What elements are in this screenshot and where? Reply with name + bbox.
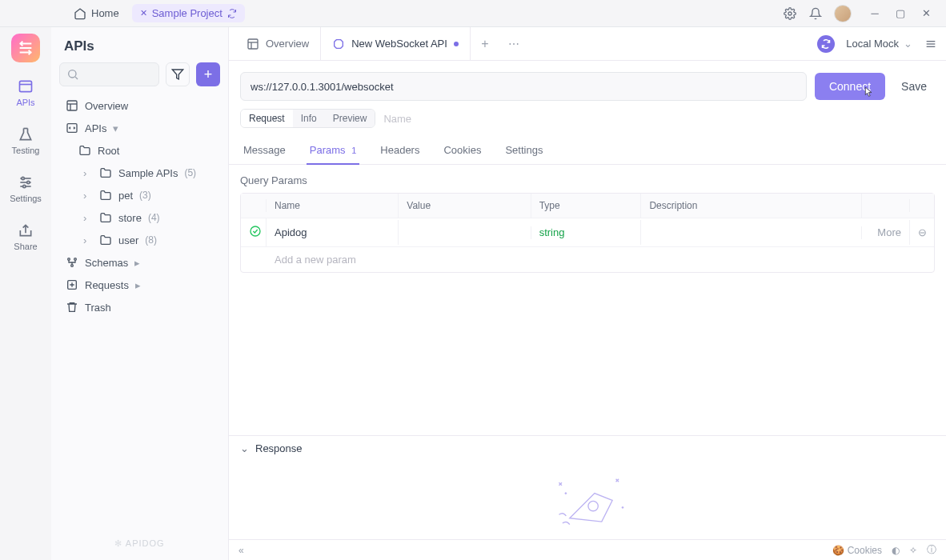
env-badge-icon[interactable]	[817, 35, 835, 53]
pill-request[interactable]: Request	[241, 110, 293, 127]
project-crumb[interactable]: ✕ Sample Project	[132, 4, 245, 22]
collapse-panels-icon[interactable]: «	[239, 545, 244, 556]
add-param[interactable]: Add a new param	[241, 246, 934, 272]
add-button[interactable]: +	[196, 62, 220, 86]
rail-apis[interactable]: APIs	[0, 70, 51, 115]
tab-overview[interactable]: Overview	[235, 27, 321, 60]
close-icon[interactable]: ✕	[140, 8, 147, 18]
rail-settings[interactable]: Settings	[0, 166, 51, 211]
reqtab-settings[interactable]: Settings	[502, 138, 546, 164]
svg-rect-12	[67, 101, 77, 110]
tree-apis-label: APIs	[85, 122, 106, 134]
chevron-right-icon: ▸	[134, 257, 144, 269]
websocket-icon	[332, 38, 345, 50]
tree-sample-apis[interactable]: › Sample APIs (5)	[59, 162, 220, 184]
save-button[interactable]: Save	[893, 73, 935, 100]
tree-folder-count: (3)	[139, 190, 151, 201]
app-logo[interactable]	[11, 34, 40, 62]
chevron-down-icon: ⌄	[240, 442, 249, 454]
reqtab-cookies[interactable]: Cookies	[440, 138, 484, 164]
rail-testing[interactable]: Testing	[0, 118, 51, 163]
connect-button[interactable]: Connect	[815, 73, 885, 100]
tree-store[interactable]: › store (4)	[59, 206, 220, 229]
reqtab-params-label: Params	[310, 144, 346, 156]
col-value: Value	[399, 194, 531, 218]
tree-pet[interactable]: › pet (3)	[59, 184, 220, 206]
avatar[interactable]	[834, 5, 852, 22]
param-value[interactable]	[399, 226, 531, 239]
param-name[interactable]: Apidog	[267, 220, 399, 245]
tab-websocket-label: New WebSocket API	[351, 38, 447, 50]
tree-trash[interactable]: Trash	[59, 296, 220, 318]
tree-schemas-label: Schemas	[85, 257, 128, 269]
bell-icon[interactable]	[808, 6, 823, 21]
filter-button[interactable]	[166, 62, 190, 86]
tab-websocket[interactable]: New WebSocket API	[321, 27, 471, 60]
chevron-down-icon: ▾	[113, 122, 122, 134]
tree-overview[interactable]: Overview	[59, 94, 220, 117]
param-more[interactable]: More	[862, 220, 910, 245]
window-close-icon[interactable]: ✕	[919, 6, 933, 21]
tab-more-icon[interactable]: ⋯	[499, 27, 528, 60]
param-remove-icon[interactable]: ⊖	[910, 220, 934, 245]
svg-point-17	[74, 258, 77, 261]
menu-icon[interactable]	[924, 37, 938, 51]
rail-share[interactable]: Share	[0, 214, 51, 259]
check-icon[interactable]	[241, 218, 267, 246]
param-desc[interactable]	[641, 226, 862, 239]
refresh-icon	[227, 9, 237, 18]
name-placeholder[interactable]: Name	[383, 113, 411, 125]
pill-info[interactable]: Info	[293, 110, 325, 127]
folder-icon	[99, 166, 112, 179]
col-type: Type	[531, 194, 642, 218]
col-name: Name	[267, 194, 399, 218]
pill-preview[interactable]: Preview	[325, 110, 375, 127]
params-header: Name Value Type Description	[241, 194, 934, 218]
reqtab-headers[interactable]: Headers	[377, 138, 423, 164]
cookie-icon: 🍪	[832, 545, 844, 556]
search-input[interactable]	[59, 62, 159, 86]
svg-point-10	[69, 70, 76, 78]
svg-point-7	[22, 177, 24, 179]
info-icon[interactable]: ⓘ	[927, 543, 936, 557]
tree-user[interactable]: › user (8)	[59, 229, 220, 251]
home-crumb[interactable]: Home	[67, 4, 126, 23]
param-row[interactable]: Apidog string More ⊖	[241, 218, 934, 246]
svg-point-26	[251, 226, 260, 236]
settings-gear-icon[interactable]	[783, 6, 797, 21]
reqtab-params[interactable]: Params 1	[307, 138, 360, 164]
rail-share-label: Share	[14, 242, 37, 251]
trash-icon	[66, 301, 78, 314]
tab-overview-label: Overview	[266, 38, 309, 50]
folder-icon	[99, 211, 112, 224]
response-toggle[interactable]: ⌄ Response	[240, 442, 935, 454]
window-minimize-icon[interactable]: ─	[868, 6, 882, 21]
rail-testing-label: Testing	[12, 146, 40, 155]
tree-schemas[interactable]: Schemas ▸	[59, 251, 220, 274]
param-type[interactable]: string	[531, 220, 642, 245]
rail-settings-label: Settings	[10, 194, 42, 203]
svg-line-11	[75, 77, 78, 79]
query-params-label: Query Params	[229, 165, 946, 193]
url-input[interactable]: ws://127.0.0.1.3001/websocket	[240, 72, 807, 101]
feedback-icon[interactable]: ✧	[909, 545, 917, 556]
svg-rect-20	[248, 39, 258, 49]
status-cookies[interactable]: 🍪 Cookies	[832, 545, 882, 556]
tree-apis[interactable]: APIs ▾	[59, 117, 220, 139]
svg-point-0	[788, 12, 792, 15]
reqtab-message[interactable]: Message	[240, 138, 289, 164]
tree-root[interactable]: Root	[59, 139, 220, 162]
svg-point-8	[27, 181, 30, 183]
response-title: Response	[255, 442, 303, 454]
tab-add[interactable]: +	[471, 27, 499, 60]
svg-point-16	[68, 258, 70, 261]
chevron-right-icon: ›	[83, 212, 93, 224]
env-select[interactable]: Local Mock ⌄	[843, 38, 916, 50]
tree-requests[interactable]: Requests ▸	[59, 274, 220, 296]
tree-folder-count: (5)	[184, 167, 196, 178]
window-maximize-icon[interactable]: ▢	[893, 6, 908, 21]
help-icon[interactable]: ◐	[892, 545, 900, 556]
svg-point-9	[23, 185, 26, 187]
tree-overview-label: Overview	[85, 100, 128, 112]
status-cookies-label: Cookies	[848, 545, 882, 556]
